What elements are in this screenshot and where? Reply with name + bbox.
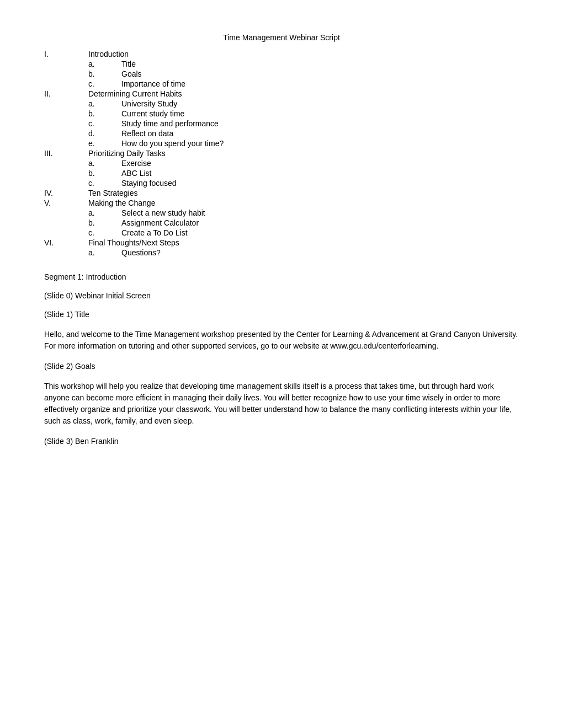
roman-numeral-6: VI. (44, 238, 88, 247)
sub-text: Assignment Calculator (121, 218, 199, 227)
list-item: d. Reflect on data (44, 129, 519, 138)
section-heading-5: Making the Change (88, 199, 155, 207)
outline-section: I. Introduction a. Title b. Goals c. Imp… (44, 50, 519, 257)
sub-text: Questions? (121, 248, 161, 257)
list-item: b. Current study time (44, 109, 519, 118)
outline-item-5: V. Making the Change (44, 199, 519, 207)
section-heading-6: Final Thoughts/Next Steps (88, 238, 179, 247)
roman-numeral-2: II. (44, 89, 88, 98)
sub-text: Exercise (121, 159, 151, 168)
list-item: a. Title (44, 60, 519, 68)
sub-letter: c. (88, 179, 121, 188)
segment-label: Segment 1: Introduction (44, 272, 519, 281)
list-item: a. Select a new study habit (44, 208, 519, 217)
sub-letter: c. (88, 228, 121, 237)
list-item: a. Questions? (44, 248, 519, 257)
list-item: a. University Study (44, 99, 519, 108)
slide-label-2: (Slide 2) Goals (44, 362, 519, 371)
sub-text: Goals (121, 69, 142, 78)
sub-letter: a. (88, 99, 121, 108)
sub-letter: a. (88, 208, 121, 217)
slide-label-1: (Slide 1) Title (44, 310, 519, 319)
outline-item-3: III. Prioritizing Daily Tasks (44, 149, 519, 158)
list-item: e. How do you spend your time? (44, 139, 519, 148)
sub-letter: d. (88, 129, 121, 138)
sub-letter: e. (88, 139, 121, 148)
roman-numeral-4: IV. (44, 189, 88, 197)
list-item: b. Goals (44, 69, 519, 78)
subitems-1: a. Title b. Goals c. Importance of time (44, 60, 519, 88)
document-title: Time Management Webinar Script (44, 33, 519, 42)
section-heading-1: Introduction (88, 50, 129, 58)
slide-label-3: (Slide 3) Ben Franklin (44, 437, 519, 446)
sub-text: ABC List (121, 169, 151, 178)
sub-letter: a. (88, 159, 121, 168)
sub-letter: b. (88, 169, 121, 178)
roman-numeral-5: V. (44, 199, 88, 207)
list-item: a. Exercise (44, 159, 519, 168)
subitems-2: a. University Study b. Current study tim… (44, 99, 519, 148)
sub-text: Current study time (121, 109, 184, 118)
sub-text: Title (121, 60, 136, 68)
sub-text: Create a To Do List (121, 228, 188, 237)
list-item: c. Create a To Do List (44, 228, 519, 237)
sub-letter: c. (88, 79, 121, 88)
outline-item-6: VI. Final Thoughts/Next Steps (44, 238, 519, 247)
sub-text: Select a new study habit (121, 208, 205, 217)
slide-label-0: (Slide 0) Webinar Initial Screen (44, 291, 519, 300)
list-item: b. Assignment Calculator (44, 218, 519, 227)
sub-text: Reflect on data (121, 129, 173, 138)
section-heading-4: Ten Strategies (88, 189, 138, 197)
section-heading-2: Determining Current Habits (88, 89, 182, 98)
list-item: c. Staying focused (44, 179, 519, 188)
outline-item-2: II. Determining Current Habits (44, 89, 519, 98)
sub-letter: b. (88, 218, 121, 227)
subitems-6: a. Questions? (44, 248, 519, 257)
list-item: b. ABC List (44, 169, 519, 178)
roman-numeral-3: III. (44, 149, 88, 158)
slide-2-content: This workshop will help you realize that… (44, 381, 519, 427)
outline-item-4: IV. Ten Strategies (44, 189, 519, 197)
page-container: Time Management Webinar Script I. Introd… (0, 0, 563, 489)
sub-text: University Study (121, 99, 177, 108)
sub-letter: b. (88, 109, 121, 118)
sub-letter: b. (88, 69, 121, 78)
sub-letter: a. (88, 60, 121, 68)
sub-letter: a. (88, 248, 121, 257)
list-item: c. Importance of time (44, 79, 519, 88)
sub-text: How do you spend your time? (121, 139, 224, 148)
roman-numeral-1: I. (44, 50, 88, 58)
segment-section: Segment 1: Introduction (Slide 0) Webina… (44, 272, 519, 446)
sub-text: Staying focused (121, 179, 177, 188)
sub-text: Importance of time (121, 79, 185, 88)
subitems-3: a. Exercise b. ABC List c. Staying focus… (44, 159, 519, 188)
slide-1-content: Hello, and welcome to the Time Managemen… (44, 329, 519, 352)
section-heading-3: Prioritizing Daily Tasks (88, 149, 166, 158)
sub-letter: c. (88, 119, 121, 128)
subitems-5: a. Select a new study habit b. Assignmen… (44, 208, 519, 237)
outline-item-1: I. Introduction (44, 50, 519, 58)
sub-text: Study time and performance (121, 119, 219, 128)
list-item: c. Study time and performance (44, 119, 519, 128)
